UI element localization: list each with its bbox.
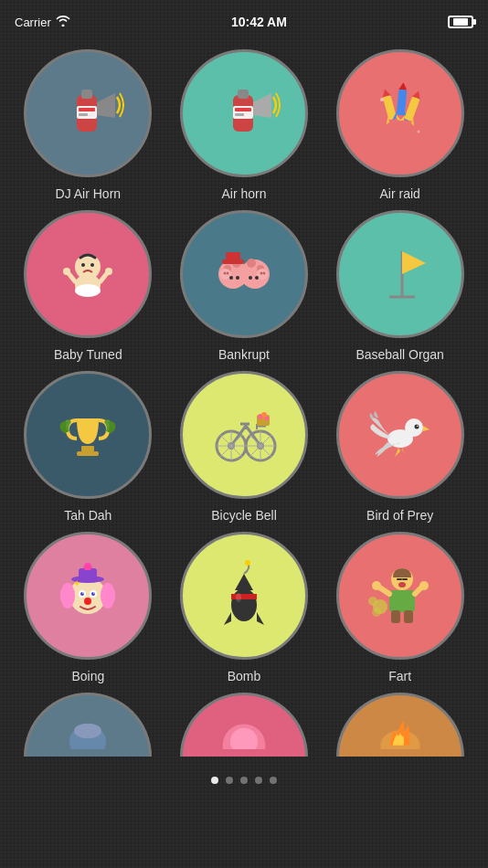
sound-item-fart[interactable]: Fart	[326, 532, 473, 683]
icon-fart	[336, 532, 464, 660]
label-baseball-organ: Baseball Organ	[355, 347, 444, 362]
icon-bird-of-prey	[336, 371, 464, 499]
svg-rect-20	[404, 96, 419, 122]
svg-point-47	[247, 259, 256, 268]
svg-point-33	[63, 268, 70, 275]
svg-point-123	[74, 723, 101, 738]
svg-point-119	[372, 608, 381, 617]
partial-row	[0, 693, 488, 766]
svg-marker-2	[97, 93, 115, 118]
sound-item-boing[interactable]: ✦ Boing	[15, 532, 162, 683]
svg-rect-4	[79, 108, 95, 111]
partial-item-3[interactable]	[326, 693, 473, 757]
svg-rect-120	[391, 610, 400, 623]
icon-baby-tuned	[24, 210, 152, 338]
carrier-label: Carrier	[15, 16, 70, 29]
svg-point-29	[81, 263, 85, 267]
svg-rect-11	[235, 113, 244, 116]
svg-rect-56	[81, 446, 94, 451]
svg-marker-83	[423, 426, 430, 431]
dot-2[interactable]	[226, 777, 233, 784]
svg-point-52	[255, 276, 259, 280]
status-bar: Carrier 10:42 AM	[0, 0, 488, 40]
svg-rect-5	[79, 113, 88, 116]
svg-point-51	[249, 276, 252, 280]
svg-rect-44	[226, 252, 240, 261]
svg-rect-57	[77, 451, 99, 456]
sound-item-bird-of-prey[interactable]: Bird of Prey	[326, 371, 473, 523]
svg-point-28	[75, 254, 101, 280]
svg-marker-102	[235, 574, 253, 590]
sound-item-bomb[interactable]: Bomb	[171, 532, 318, 683]
icon-bicycle-bell	[180, 371, 308, 499]
battery-indicator	[448, 16, 473, 28]
icon-bomb	[180, 532, 308, 660]
icon-boing: ✦	[24, 532, 152, 660]
partial-item-1[interactable]	[15, 693, 162, 757]
sound-item-baby-tuned[interactable]: Baby Tuned	[15, 210, 162, 362]
icon-air-horn	[180, 49, 308, 177]
svg-point-82	[405, 418, 423, 437]
svg-point-116	[419, 581, 429, 590]
svg-point-40	[226, 272, 228, 275]
battery-fill	[453, 18, 468, 26]
sound-item-bicycle-bell[interactable]: Bicycle Bell	[171, 371, 318, 523]
svg-point-97	[82, 592, 84, 594]
svg-point-92	[101, 583, 115, 609]
svg-point-30	[90, 263, 94, 267]
svg-rect-121	[404, 610, 413, 623]
label-fart: Fart	[388, 669, 411, 683]
icon-partial-1	[24, 693, 152, 757]
svg-rect-1	[81, 90, 92, 99]
svg-point-72	[264, 417, 269, 421]
dot-1[interactable]	[211, 777, 218, 784]
svg-point-50	[262, 272, 265, 275]
label-air-horn: Air horn	[221, 186, 266, 201]
svg-marker-104	[224, 612, 231, 625]
svg-point-118	[368, 597, 377, 606]
label-baby-tuned: Baby Tuned	[54, 347, 122, 362]
partial-item-2[interactable]	[171, 693, 318, 757]
dot-5[interactable]	[270, 777, 277, 784]
label-bankrupt: Bankrupt	[218, 347, 270, 362]
sound-item-air-horn[interactable]: Air horn	[171, 49, 318, 201]
svg-point-41	[229, 276, 233, 280]
icon-baseball-organ	[336, 210, 464, 338]
label-tah-dah: Tah Dah	[64, 508, 111, 523]
sound-grid: DJ Air Horn Air horn	[0, 40, 488, 693]
carrier-text: Carrier	[15, 16, 51, 29]
sound-item-dj-air-horn[interactable]: DJ Air Horn	[15, 49, 162, 201]
svg-point-99	[84, 598, 91, 605]
svg-point-27	[75, 284, 101, 297]
svg-point-39	[223, 272, 226, 275]
sound-item-air-raid[interactable]: Air raid	[326, 49, 473, 201]
label-dj-air-horn: DJ Air Horn	[56, 186, 122, 201]
svg-point-84	[414, 425, 419, 429]
sound-item-tah-dah[interactable]: Tah Dah	[15, 371, 162, 523]
svg-marker-105	[257, 612, 264, 625]
icon-air-raid	[336, 49, 464, 177]
svg-rect-103	[231, 594, 257, 599]
svg-rect-10	[235, 108, 251, 111]
dot-3[interactable]	[240, 777, 248, 784]
label-bomb: Bomb	[228, 669, 261, 683]
icon-tah-dah	[24, 371, 152, 499]
svg-point-85	[417, 425, 419, 427]
svg-marker-8	[253, 93, 271, 118]
svg-point-111	[398, 582, 406, 587]
sound-item-bankrupt[interactable]: Bankrupt	[171, 210, 318, 362]
sound-item-baseball-organ[interactable]: Baseball Organ	[326, 210, 473, 362]
dot-4[interactable]	[255, 777, 262, 784]
label-air-raid: Air raid	[379, 186, 419, 201]
label-boing: Boing	[71, 669, 104, 683]
svg-rect-88	[79, 568, 97, 581]
svg-rect-112	[389, 590, 415, 612]
svg-point-115	[372, 581, 381, 590]
svg-point-42	[236, 276, 239, 280]
wifi-icon	[56, 16, 70, 29]
svg-rect-16	[396, 90, 406, 116]
svg-text:✦: ✦	[73, 578, 80, 588]
svg-point-49	[260, 272, 262, 275]
svg-point-107	[236, 593, 241, 602]
svg-marker-17	[398, 82, 408, 90]
